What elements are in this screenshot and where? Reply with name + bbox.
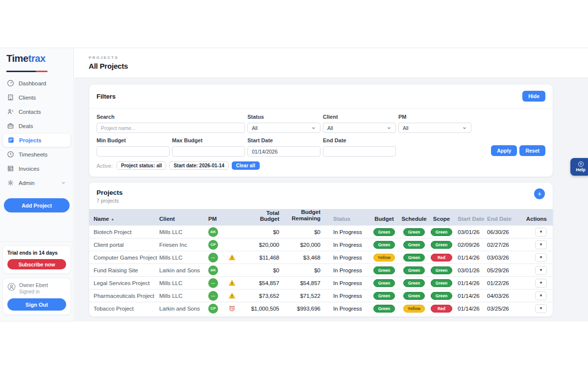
apply-button[interactable]: Apply — [491, 145, 517, 156]
filters-panel: Filters Hide Search Status All — [89, 84, 553, 177]
end-date-input[interactable] — [323, 146, 396, 157]
pm-avatar: — — [208, 253, 218, 263]
add-project-button[interactable]: Add Project — [4, 198, 70, 212]
project-end-date: 02/27/26 — [487, 242, 524, 248]
max-budget-input[interactable] — [172, 146, 245, 157]
row-actions-dropdown-button[interactable]: ▼ — [535, 266, 547, 275]
project-client: Mills LLC — [159, 293, 208, 299]
warning-icon — [228, 292, 236, 299]
project-budget-remaining: $993,696 — [281, 306, 322, 312]
sidebar-item-clients[interactable]: Clients — [2, 90, 71, 105]
project-schedule-health: Green — [400, 254, 428, 262]
project-scope-health: Green — [428, 292, 455, 300]
project-pm-cell: CP — [208, 304, 245, 314]
yellow-health-badge: Yellow — [373, 254, 395, 262]
table-row: Fund Raising SiteLarkin and SonsAK$0$0In… — [89, 263, 553, 276]
project-total-budget: $73,652 — [245, 293, 281, 299]
chevron-down-icon — [311, 126, 316, 131]
row-actions-dropdown-button[interactable]: ▼ — [535, 291, 547, 300]
row-actions-dropdown-button[interactable]: ▼ — [535, 279, 547, 288]
project-scope-health: Red — [428, 305, 455, 313]
green-health-badge: Green — [403, 279, 425, 287]
admin-icon — [7, 179, 14, 186]
project-schedule-health: Yellow — [400, 305, 428, 313]
project-budget-health: Green — [368, 279, 400, 287]
table-row: Biotech ProjectMills LLCAK$0$0In Progres… — [89, 225, 553, 238]
table-row: Legal Services ProjectMills LLC—$54,857$… — [89, 276, 553, 289]
active-filter-chip: Start date: 2026-01-14 — [169, 161, 228, 170]
green-health-badge: Green — [373, 279, 395, 287]
row-actions-dropdown-button[interactable]: ▼ — [535, 304, 547, 313]
sort-asc-icon: ▲ — [111, 217, 114, 221]
user-card: Owner Ebert Signed in Sign Out — [2, 278, 71, 315]
sidebar-item-invoices[interactable]: Invoices — [2, 161, 71, 176]
project-name: Biotech Project — [89, 229, 159, 235]
add-project-plus-button[interactable]: + — [534, 188, 545, 199]
project-name: Tobacco Project — [89, 306, 159, 312]
column-header-name[interactable]: Name▲ — [89, 216, 159, 222]
sign-out-button[interactable]: Sign Out — [7, 298, 66, 311]
project-name: Legal Services Project — [89, 280, 159, 286]
client-select[interactable]: All — [323, 123, 396, 133]
projects-icon — [7, 136, 15, 144]
row-actions-dropdown-button[interactable]: ▼ — [535, 240, 547, 249]
sidebar-item-label: Contacts — [19, 109, 41, 115]
project-name: Pharmaceuticals Project — [89, 293, 159, 299]
min-budget-input[interactable] — [97, 146, 170, 157]
sidebar-item-dashboard[interactable]: Dashboard — [2, 76, 71, 90]
hide-filters-button[interactable]: Hide — [522, 91, 545, 102]
question-icon: ? — [578, 161, 584, 167]
user-status: Signed in — [19, 289, 48, 294]
table-row: Pharmaceuticals ProjectMills LLC—$73,652… — [89, 289, 553, 302]
pm-select[interactable]: All — [398, 123, 471, 133]
row-actions-dropdown-button[interactable]: ▼ — [535, 253, 547, 262]
user-name: Owner Ebert — [19, 282, 48, 288]
project-name: Fund Raising Site — [89, 267, 159, 273]
project-end-date: 01/22/26 — [487, 280, 524, 286]
help-button[interactable]: ? Help — [570, 158, 588, 176]
yellow-health-badge: Yellow — [403, 305, 425, 313]
pm-avatar: AK — [208, 227, 218, 237]
project-pm-cell: — — [208, 291, 245, 301]
sidebar-item-admin[interactable]: Admin — [2, 176, 71, 190]
row-actions-dropdown-button[interactable]: ▼ — [535, 228, 547, 237]
brand-logo-primary: Time — [6, 53, 28, 64]
projects-panel: Projects 7 projects + Name▲ Client PM To… — [89, 182, 553, 317]
project-end-date: 03/25/26 — [487, 306, 524, 312]
sidebar-item-deals[interactable]: Deals — [2, 119, 71, 133]
project-status: In Progress — [322, 242, 368, 248]
start-date-input[interactable] — [247, 146, 320, 157]
table-row: Client portalFriesen IncCP$20,000$20,000… — [89, 238, 553, 251]
brand-logo: Timetrax — [6, 53, 74, 64]
project-total-budget: $54,857 — [245, 280, 281, 286]
project-name: Client portal — [89, 242, 159, 248]
green-health-badge: Green — [373, 305, 395, 313]
project-status: In Progress — [322, 293, 368, 299]
project-client: Mills LLC — [159, 280, 208, 286]
status-label: Status — [247, 114, 320, 120]
column-header-client: Client — [159, 216, 208, 222]
green-health-badge: Green — [373, 266, 395, 274]
start-date-label: Start Date — [247, 137, 320, 143]
sidebar-item-timesheets[interactable]: Timesheets — [2, 147, 71, 161]
reset-button[interactable]: Reset — [519, 145, 545, 156]
project-client: Mills LLC — [159, 255, 208, 261]
client-select-value: All — [327, 125, 333, 131]
project-total-budget: $20,000 — [245, 242, 281, 248]
subscribe-button[interactable]: Subscribe now — [7, 259, 66, 269]
pm-avatar: — — [208, 291, 218, 301]
max-budget-label: Max Budget — [172, 137, 245, 143]
column-header-schedule: Schedule — [400, 216, 428, 222]
project-budget-remaining: $3,468 — [281, 255, 322, 261]
table-row: Tobacco ProjectLarkin and SonsCP$1,000,5… — [89, 302, 553, 315]
projects-count: 7 projects — [97, 198, 545, 204]
pm-avatar: AK — [208, 265, 218, 275]
status-select[interactable]: All — [247, 123, 320, 133]
project-scope-health: Red — [428, 254, 455, 262]
clear-all-button[interactable]: Clear all — [232, 161, 260, 170]
green-health-badge: Green — [431, 279, 452, 287]
main-area: PROJECTS All Projects Filters Hide Searc… — [74, 48, 588, 321]
search-input[interactable] — [97, 123, 245, 133]
sidebar-item-contacts[interactable]: Contacts — [2, 105, 71, 119]
sidebar-item-projects[interactable]: Projects — [2, 133, 71, 147]
